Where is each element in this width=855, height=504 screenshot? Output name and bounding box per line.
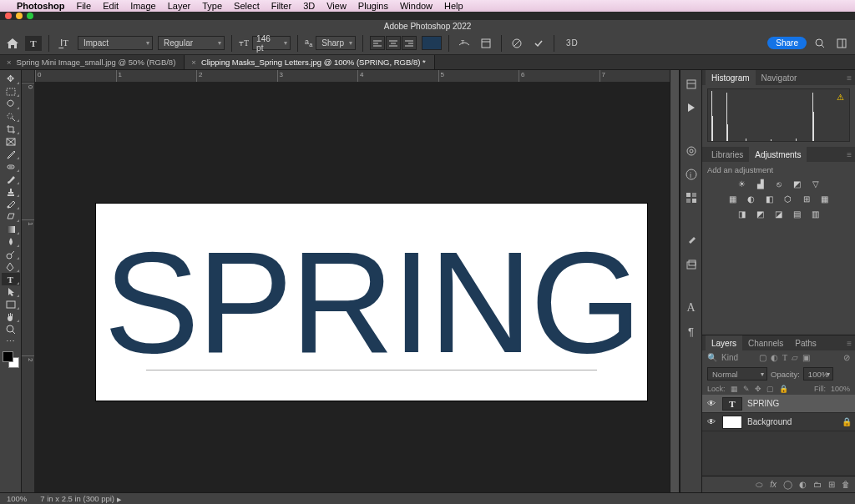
histogram-warning-icon[interactable]: ⚠	[837, 93, 844, 102]
font-weight-select[interactable]: Regular	[158, 36, 225, 50]
posterize-icon[interactable]: ◩	[755, 208, 766, 219]
link-layers-icon[interactable]: ⬭	[756, 480, 763, 490]
lock-pixels-icon[interactable]: ✎	[743, 385, 750, 393]
clone-panel-icon[interactable]	[684, 257, 699, 272]
lasso-tool[interactable]	[2, 98, 20, 110]
vertical-ruler[interactable]: 012	[22, 83, 35, 492]
warp-text-icon[interactable]: T	[456, 36, 473, 51]
visibility-icon[interactable]: 👁	[706, 417, 717, 426]
new-layer-icon[interactable]: ⊞	[828, 480, 835, 489]
filter-shape-icon[interactable]: ▱	[792, 353, 798, 362]
layer-name[interactable]: SPRING	[747, 399, 779, 408]
curves-icon[interactable]: ⎋	[773, 178, 785, 189]
ruler-origin[interactable]	[22, 70, 35, 83]
minimize-window-icon[interactable]	[16, 13, 23, 19]
menu-file[interactable]: File	[76, 1, 91, 11]
adjustment-layer-icon[interactable]: ◐	[799, 480, 807, 489]
lock-position-icon[interactable]: ✥	[755, 385, 761, 393]
color-swatches[interactable]	[3, 351, 19, 368]
visibility-icon[interactable]: 👁	[706, 399, 717, 408]
libraries-tab[interactable]: Libraries	[706, 147, 749, 162]
cancel-icon[interactable]	[508, 36, 525, 51]
group-icon[interactable]: 🗀	[813, 480, 822, 489]
path-select-tool[interactable]	[2, 285, 20, 298]
eraser-tool[interactable]	[2, 210, 20, 223]
panel-menu-icon[interactable]: ≡	[847, 150, 852, 159]
menu-type[interactable]: Type	[202, 1, 222, 11]
color-panel-icon[interactable]	[684, 144, 699, 159]
fx-icon[interactable]: fx	[770, 480, 777, 489]
filter-pixel-icon[interactable]: ▢	[759, 353, 766, 362]
share-button[interactable]: Share	[767, 37, 807, 49]
frame-tool[interactable]	[2, 135, 20, 148]
marquee-tool[interactable]	[2, 85, 20, 98]
blend-mode-select[interactable]: Normal	[707, 367, 767, 381]
menu-select[interactable]: Select	[234, 1, 260, 11]
menu-plugins[interactable]: Plugins	[358, 1, 388, 11]
lock-all-icon[interactable]: 🔒	[779, 385, 788, 393]
layer-thumb[interactable]	[722, 416, 742, 429]
close-tab-icon[interactable]: ×	[7, 58, 12, 67]
menu-help[interactable]: Help	[444, 1, 463, 11]
move-tool[interactable]: ✥	[2, 73, 20, 85]
selective-color-icon[interactable]: ▥	[810, 208, 822, 219]
font-family-select[interactable]: Impact	[78, 36, 153, 50]
edit-toolbar[interactable]: ⋯	[2, 335, 20, 348]
paragraph-panel-icon[interactable]: ¶	[684, 324, 699, 339]
layers-tab[interactable]: Layers	[706, 335, 742, 350]
align-center-button[interactable]	[386, 36, 401, 50]
lock-artboard-icon[interactable]: ▢	[766, 385, 774, 393]
panel-menu-icon[interactable]: ≡	[847, 73, 852, 83]
eyedropper-tool[interactable]	[2, 148, 20, 160]
hue-icon[interactable]: ▦	[727, 193, 739, 204]
history-brush-tool[interactable]	[2, 198, 20, 210]
levels-icon[interactable]: ▟	[755, 178, 766, 189]
delete-layer-icon[interactable]: 🗑	[842, 480, 850, 489]
lock-icon[interactable]: 🔒	[842, 417, 852, 426]
filter-type-icon[interactable]: T	[782, 353, 787, 362]
threshold-icon[interactable]: ◪	[773, 208, 785, 219]
info-panel-icon[interactable]: i	[684, 167, 699, 182]
lock-transparency-icon[interactable]: ▦	[731, 385, 738, 393]
lookup-icon[interactable]: ▦	[819, 193, 831, 204]
search-icon[interactable]	[812, 36, 828, 51]
fill-input[interactable]: 100%	[831, 385, 850, 393]
hand-tool[interactable]	[2, 310, 20, 323]
workspace-icon[interactable]	[833, 36, 850, 51]
gradient-tool[interactable]	[2, 223, 20, 235]
commit-icon[interactable]	[530, 36, 547, 51]
close-tab-icon[interactable]: ×	[191, 58, 196, 67]
font-size-input[interactable]: 146 pt	[252, 36, 291, 50]
menu-filter[interactable]: Filter	[271, 1, 291, 11]
zoom-level[interactable]: 100%	[7, 494, 27, 503]
document-tab[interactable]: × Clipping Masks_Spring Letters.jpg @ 10…	[185, 55, 434, 69]
text-layer[interactable]: SPRING	[104, 230, 639, 374]
align-right-button[interactable]	[402, 36, 417, 50]
menu-edit[interactable]: Edit	[103, 1, 119, 11]
document-tab[interactable]: × Spring Mini Image_small.jpg @ 50% (RGB…	[0, 55, 185, 69]
paths-tab[interactable]: Paths	[789, 335, 822, 350]
stamp-tool[interactable]	[2, 185, 20, 198]
crop-tool[interactable]	[2, 123, 20, 135]
canvas-area[interactable]: 01234567 012 SPRING	[22, 70, 680, 492]
layer-thumb[interactable]: T	[722, 397, 742, 411]
menu-window[interactable]: Window	[400, 1, 433, 11]
horizontal-ruler[interactable]: 01234567	[35, 70, 680, 83]
filter-search-icon[interactable]: 🔍	[707, 353, 717, 362]
menu-layer[interactable]: Layer	[168, 1, 191, 11]
brushes-panel-icon[interactable]	[684, 234, 699, 249]
doc-dimensions[interactable]: 7 in x 2.5 in (300 ppi) ▶	[40, 494, 120, 503]
character-panel-icon[interactable]	[478, 36, 494, 51]
navigator-tab[interactable]: Navigator	[756, 70, 803, 85]
gradient-map-icon[interactable]: ▤	[792, 208, 803, 219]
layer-name[interactable]: Background	[747, 417, 792, 426]
brightness-icon[interactable]: ☀	[736, 178, 748, 189]
quick-select-tool[interactable]	[2, 110, 20, 123]
document-canvas[interactable]: SPRING	[96, 204, 647, 401]
invert-icon[interactable]: ◨	[736, 208, 748, 219]
filter-toggle-icon[interactable]: ⊘	[843, 353, 850, 362]
close-window-icon[interactable]	[5, 13, 12, 19]
menu-3d[interactable]: 3D	[303, 1, 315, 11]
character-panel-icon[interactable]: A	[684, 300, 699, 315]
channels-tab[interactable]: Channels	[742, 335, 789, 350]
